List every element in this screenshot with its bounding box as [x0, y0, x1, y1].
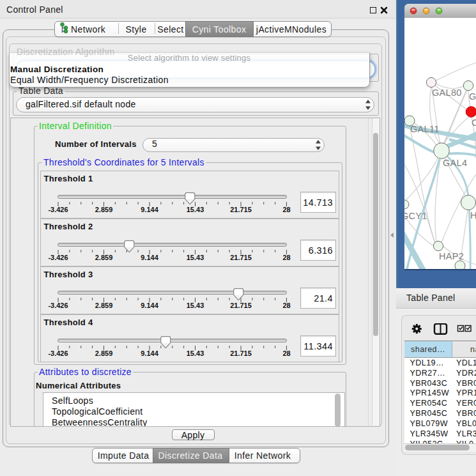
- svg-text:GAL4: GAL4: [443, 158, 467, 168]
- svg-text:GAL11: GAL11: [410, 124, 440, 134]
- svg-text:GA: GA: [469, 91, 476, 102]
- svg-text:GAL80: GAL80: [432, 88, 462, 98]
- svg-text:GCY1: GCY1: [404, 211, 427, 221]
- svg-text:H: H: [470, 210, 476, 220]
- svg-text:HAP2: HAP2: [439, 251, 464, 261]
- svg-text:C: C: [472, 118, 476, 128]
